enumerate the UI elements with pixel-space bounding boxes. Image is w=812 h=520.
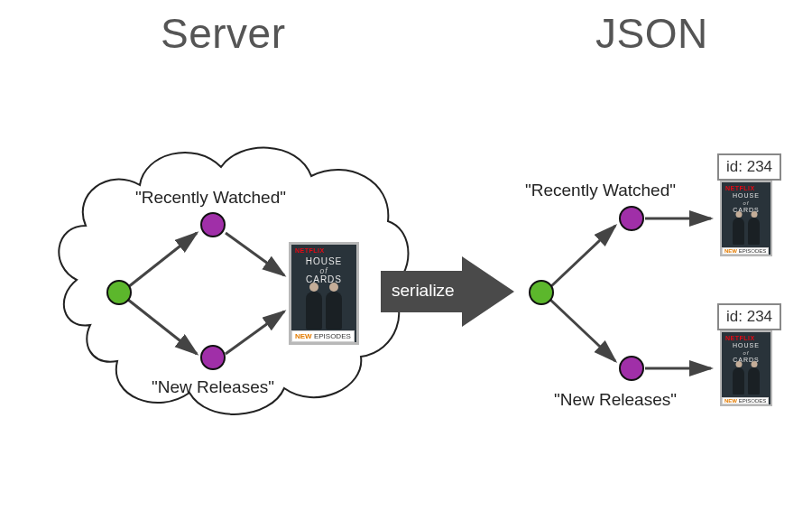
root-node [106,280,132,305]
serialize-label: serialize [392,281,455,301]
svg-line-5 [550,226,615,287]
poster-title: HOUSE of CARDS [291,257,356,284]
json-diagram: "Recently Watched" "New Releases" id: 23… [514,135,812,433]
poster-brand: NETFLIX [295,247,325,254]
svg-line-0 [128,233,197,287]
poster-brand: NETFLIX [725,185,755,191]
svg-line-3 [226,311,284,354]
json-top-node [619,206,644,231]
json-top-id: id: 234 [717,153,781,181]
serialize-arrow: serialize [372,251,516,332]
poster-badge: NEW EPISODES [291,330,355,342]
json-bottom-poster: NETFLIX HOUSE of CARDS NEW EPISODES [720,330,772,406]
svg-line-2 [226,233,284,275]
heading-server: Server [161,9,285,58]
json-top-poster: NETFLIX HOUSE of CARDS NEW EPISODES [720,181,772,256]
svg-line-1 [128,300,197,354]
svg-line-6 [550,300,615,361]
poster-figures [291,292,356,330]
json-bottom-node [619,356,644,381]
bottom-category-node [200,345,226,370]
heading-json: JSON [595,9,708,58]
poster-title: HOUSE of CARDS [722,192,770,214]
poster-title: HOUSE of CARDS [722,342,770,364]
json-top-label: "Recently Watched" [525,181,676,200]
top-category-node [200,212,226,237]
json-root-node [529,280,554,305]
server-poster: NETFLIX HOUSE of CARDS NEW EPISODES [289,242,359,345]
server-bottom-label: "New Releases" [152,377,274,397]
json-bottom-id: id: 234 [717,303,781,330]
poster-brand: NETFLIX [725,335,755,341]
poster-badge: NEW EPISODES [722,397,769,404]
server-top-label: "Recently Watched" [135,188,286,208]
json-bottom-label: "New Releases" [554,390,677,410]
poster-badge: NEW EPISODES [722,247,769,255]
server-diagram: "Recently Watched" "New Releases" NETFLI… [36,108,415,433]
